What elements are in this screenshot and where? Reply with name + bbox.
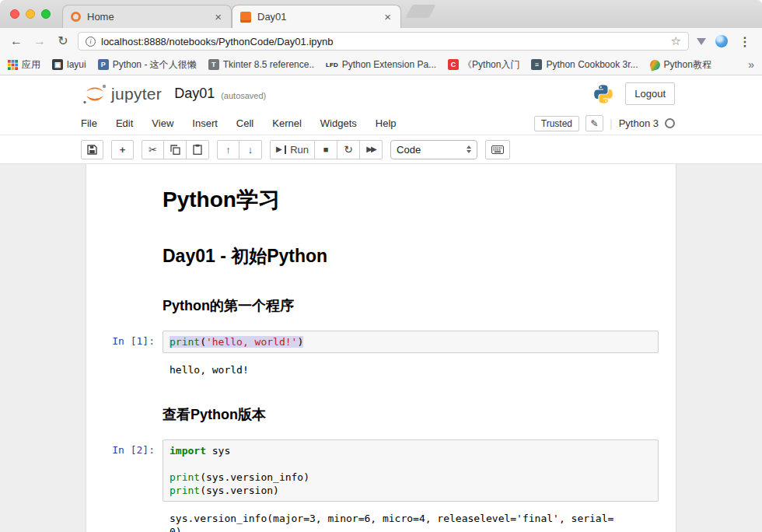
notebook-container: Python学习 Day01 - 初始Python Python的第一个程序 I… (86, 164, 676, 532)
bookmark-label: 应用 (22, 58, 40, 72)
bookmark-layui[interactable]: ▣ layui (52, 59, 86, 70)
menu-widgets[interactable]: Widgets (311, 117, 366, 129)
url-text[interactable]: localhost:8888/notebooks/PythonCode/Day0… (101, 36, 666, 47)
markdown-cell-day01[interactable]: Day01 - 初始Python (86, 229, 676, 282)
stop-icon: ■ (323, 145, 329, 154)
heading-python-study: Python学习 (163, 185, 659, 215)
extension-triangle-icon[interactable] (697, 38, 706, 45)
code-token: sys (206, 445, 230, 457)
copy-cell-button[interactable] (164, 140, 187, 159)
bookmarks-bar: 应用 ▣ layui P Python - 这个人很懒 T Tkinter 8.… (0, 54, 762, 75)
jupyter-logo-text: jupyter (111, 85, 162, 103)
markdown-cell-version[interactable]: 查看Python版本 (86, 390, 676, 436)
floppy-icon (87, 145, 97, 155)
menu-cell[interactable]: Cell (227, 117, 263, 129)
back-button[interactable]: ← (8, 35, 25, 47)
notebook-status-cluster: Trusted ✎ | Python 3 (534, 115, 675, 131)
code-input-2[interactable]: import sys print(sys.version_info) print… (163, 439, 659, 502)
logout-button[interactable]: Logout (625, 82, 675, 105)
plus-icon: + (120, 145, 126, 155)
bookmark-cookbook[interactable]: ≡ Python Cookbook 3r... (531, 59, 638, 70)
code-token: print (170, 471, 200, 483)
autosave-status: (autosaved) (221, 91, 266, 100)
tab-day01[interactable]: Day01 × (232, 5, 401, 28)
tab-close-icon[interactable]: × (213, 11, 223, 23)
command-palette-button[interactable] (485, 140, 510, 159)
bookmark-star-icon[interactable]: ☆ (671, 34, 681, 48)
trusted-badge[interactable]: Trusted (534, 116, 579, 131)
arrow-down-icon: ↓ (248, 145, 253, 155)
code-input-1[interactable]: print('hello, world!') (163, 331, 659, 353)
output-prompt (86, 360, 163, 380)
browser-menu-icon[interactable]: ⋮ (736, 34, 754, 49)
menu-kernel[interactable]: Kernel (263, 117, 311, 129)
markdown-cell-first-program[interactable]: Python的第一个程序 (86, 282, 676, 327)
menu-insert[interactable]: Insert (183, 117, 227, 129)
cell-prompt (86, 285, 163, 323)
bookmark-csdn[interactable]: C 《Python入门 (448, 58, 519, 72)
restart-run-all-button[interactable]: ▶▶ (360, 140, 383, 159)
omnibox[interactable]: i localhost:8888/notebooks/PythonCode/Da… (78, 32, 689, 51)
add-cell-button[interactable]: + (111, 140, 134, 159)
bookmark-python-blog[interactable]: P Python - 这个人很懒 (98, 58, 197, 72)
paste-cell-button[interactable] (187, 140, 209, 159)
input-prompt: In [1]: (86, 331, 163, 353)
jupyter-planet-icon (81, 83, 109, 105)
forward-button[interactable]: → (31, 35, 48, 47)
select-arrows-icon (467, 145, 471, 153)
bookmark-lfd[interactable]: LFD Python Extension Pa... (326, 59, 436, 70)
fast-forward-icon: ▶▶ (366, 145, 375, 153)
bookmark-label: Python教程 (664, 58, 711, 72)
code-cell-1: In [1]: print('hello, world!') (86, 327, 676, 357)
heading-day01: Day01 - 初始Python (163, 244, 659, 268)
move-cell-down-button[interactable]: ↓ (239, 140, 262, 159)
notebook-title[interactable]: Day01 (174, 86, 215, 102)
zoom-window-button[interactable] (41, 9, 51, 19)
edit-mode-pencil-icon: ✎ (585, 115, 603, 131)
menu-file[interactable]: File (81, 117, 107, 129)
code-token: 'hello, world!' (206, 336, 297, 348)
jupyter-logo[interactable]: jupyter (81, 83, 162, 105)
site-info-icon[interactable]: i (86, 37, 96, 47)
cookbook-favicon-icon: ≡ (531, 59, 542, 70)
python-logo-icon (593, 84, 613, 104)
cell-type-select[interactable]: Code (390, 140, 477, 159)
output-cell-1: hello, world! (86, 357, 676, 383)
python-blog-favicon-icon: P (98, 59, 109, 70)
code-token: import (170, 445, 206, 457)
tkinter-favicon-icon: T (208, 59, 219, 70)
reload-button[interactable]: ↻ (54, 35, 72, 47)
code-token: ) (297, 336, 303, 348)
jupyter-favicon-icon (71, 12, 81, 22)
bookmark-label: layui (67, 59, 86, 70)
restart-kernel-button[interactable]: ↻ (337, 140, 360, 159)
markdown-cell-title[interactable]: Python学习 (86, 175, 676, 229)
tab-home[interactable]: Home × (62, 5, 232, 28)
kernel-idle-indicator-icon (665, 118, 675, 128)
bookmark-apps[interactable]: 应用 (8, 58, 40, 72)
bookmark-python-tutorial[interactable]: Python教程 (650, 58, 711, 72)
notebook-menubar: File Edit View Insert Cell Kernel Widget… (0, 112, 762, 135)
bookmarks-overflow-chevron[interactable]: » (748, 58, 754, 71)
divider: | (610, 117, 613, 130)
cut-cell-button[interactable]: ✂ (142, 140, 164, 159)
menu-view[interactable]: View (142, 117, 183, 129)
code-token: print (170, 336, 200, 348)
close-window-button[interactable] (10, 9, 19, 19)
keyboard-icon (491, 145, 504, 154)
kernel-name: Python 3 (619, 117, 659, 129)
bookmark-tkinter[interactable]: T Tkinter 8.5 reference.. (208, 59, 314, 70)
minimize-window-button[interactable] (26, 9, 35, 19)
interrupt-kernel-button[interactable]: ■ (315, 140, 337, 159)
layui-favicon-icon: ▣ (52, 59, 63, 70)
move-cell-up-button[interactable]: ↑ (217, 140, 239, 159)
new-tab-button[interactable] (405, 5, 435, 18)
restart-icon: ↻ (344, 144, 353, 155)
menu-help[interactable]: Help (366, 117, 406, 129)
menu-edit[interactable]: Edit (107, 117, 142, 129)
tab-close-icon[interactable]: × (383, 11, 393, 23)
run-cell-button[interactable]: ▶ Run (270, 140, 315, 159)
save-button[interactable] (81, 140, 103, 159)
extension-globe-icon[interactable] (715, 35, 728, 47)
csdn-favicon-icon: C (448, 59, 459, 70)
